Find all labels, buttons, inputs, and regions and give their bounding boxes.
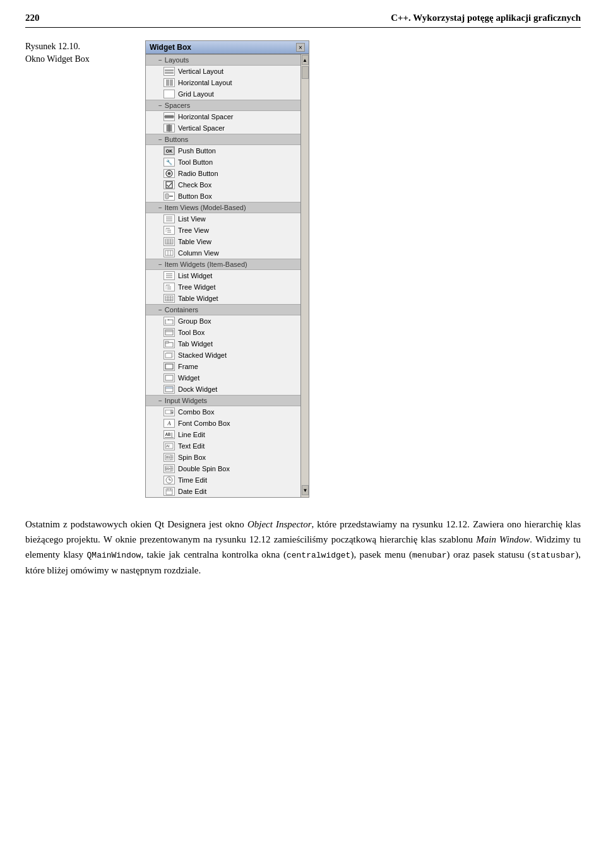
time-edit-label: Time Edit: [178, 476, 207, 484]
figure-label-line2: Okno Widget Box: [25, 53, 126, 66]
figure-label-line1: Rysunek 12.10.: [25, 40, 126, 53]
widget-list: − Layouts Vertical Layout: [146, 54, 300, 497]
item-tool-button[interactable]: 🔧 Tool Button: [146, 156, 300, 168]
svg-rect-45: [165, 364, 173, 369]
radio-button-label: Radio Button: [178, 170, 218, 177]
item-date-edit[interactable]: Date Edit: [146, 486, 300, 497]
item-font-combo-box[interactable]: A Font Combo Box: [146, 418, 300, 429]
date-edit-label: Date Edit: [178, 488, 206, 495]
item-combo-box[interactable]: Combo Box: [146, 406, 300, 418]
section-layouts[interactable]: − Layouts: [146, 54, 300, 66]
tool-button-icon: 🔧: [163, 158, 175, 167]
item-button-box[interactable]: Button Box: [146, 191, 300, 202]
widget-label: Widget: [178, 374, 199, 382]
item-text-edit[interactable]: AI Text Edit: [146, 440, 300, 452]
line-edit-label: Line Edit: [178, 431, 205, 438]
item-frame[interactable]: Frame: [146, 361, 300, 372]
combo-box-label: Combo Box: [178, 408, 214, 416]
vertical-spacer-icon: [163, 124, 175, 132]
item-line-edit[interactable]: AB| Line Edit: [146, 429, 300, 440]
widget-box-window: Widget Box × − Layouts V: [145, 40, 309, 498]
frame-label: Frame: [178, 363, 198, 370]
section-containers[interactable]: − Containers: [146, 304, 300, 315]
section-toggle-item-widgets[interactable]: −: [158, 261, 162, 268]
grid-layout-icon: [163, 90, 175, 98]
item-spin-box[interactable]: 89 Spin Box: [146, 452, 300, 463]
item-vertical-spacer[interactable]: Vertical Spacer: [146, 122, 300, 134]
svg-text:AI: AI: [166, 444, 170, 448]
svg-rect-48: [165, 387, 173, 389]
item-horizontal-layout[interactable]: Horizontal Layout: [146, 77, 300, 88]
svg-rect-7: [165, 194, 169, 199]
section-label-buttons: Buttons: [165, 136, 188, 143]
item-time-edit[interactable]: Time Edit: [146, 474, 300, 486]
scrollbar[interactable]: ▲ ▼: [300, 54, 309, 497]
item-tree-view[interactable]: Tree View: [146, 225, 300, 236]
section-toggle-spacers[interactable]: −: [158, 102, 162, 109]
figure-caption: Rysunek 12.10. Okno Widget Box: [25, 40, 126, 65]
page-header: 220 C++. Wykorzystaj potęgę aplikacji gr…: [25, 13, 581, 28]
font-combo-box-label: Font Combo Box: [178, 419, 230, 427]
section-item-views[interactable]: − Item Views (Model-Based): [146, 202, 300, 213]
section-spacers[interactable]: − Spacers: [146, 100, 300, 111]
dock-widget-label: Dock Widget: [178, 385, 217, 393]
list-widget-label: List Widget: [178, 272, 212, 279]
section-label-item-widgets: Item Widgets (Item-Based): [165, 261, 247, 268]
section-label-input-widgets: Input Widgets: [165, 397, 207, 404]
item-tree-widget[interactable]: Tree Widget: [146, 281, 300, 293]
item-vertical-layout[interactable]: Vertical Layout: [146, 66, 300, 77]
item-table-view[interactable]: Table View: [146, 236, 300, 247]
svg-rect-64: [166, 489, 172, 495]
horizontal-layout-icon: [163, 78, 175, 87]
section-toggle-containers[interactable]: −: [158, 307, 162, 314]
section-input-widgets[interactable]: − Input Widgets: [146, 395, 300, 406]
item-list-view[interactable]: List View: [146, 213, 300, 225]
svg-rect-36: [165, 320, 173, 324]
section-item-widgets[interactable]: − Item Widgets (Item-Based): [146, 259, 300, 270]
content-area: Rysunek 12.10. Okno Widget Box Widget Bo…: [25, 40, 581, 498]
item-dock-widget[interactable]: Dock Widget: [146, 384, 300, 395]
tool-box-label: Tool Box: [178, 329, 205, 336]
item-horizontal-spacer[interactable]: Horizontal Spacer: [146, 111, 300, 122]
vertical-spacer-label: Vertical Spacer: [178, 124, 225, 132]
item-radio-button[interactable]: Radio Button: [146, 168, 300, 179]
item-group-box[interactable]: Group Box: [146, 315, 300, 327]
item-double-spin-box[interactable]: 99• Double Spin Box: [146, 463, 300, 474]
item-grid-layout[interactable]: Grid Layout: [146, 88, 300, 100]
list-widget-icon: [163, 271, 175, 280]
section-buttons[interactable]: − Buttons: [146, 134, 300, 145]
window-title-label: Widget Box: [150, 43, 191, 52]
item-list-widget[interactable]: List Widget: [146, 270, 300, 281]
radio-button-icon: [163, 169, 175, 178]
horizontal-spacer-label: Horizontal Spacer: [178, 113, 233, 120]
stacked-widget-icon: [163, 351, 175, 360]
page-number: 220: [25, 13, 40, 23]
grid-layout-label: Grid Layout: [178, 90, 214, 98]
item-check-box[interactable]: Check Box: [146, 179, 300, 191]
item-widget[interactable]: Widget: [146, 372, 300, 384]
item-table-widget[interactable]: Table Widget: [146, 293, 300, 304]
time-edit-icon: [163, 476, 175, 484]
svg-rect-42: [165, 341, 169, 343]
section-toggle-layouts[interactable]: −: [158, 57, 162, 64]
item-tool-box[interactable]: Tool Box: [146, 327, 300, 338]
svg-rect-40: [165, 330, 173, 332]
section-toggle-item-views[interactable]: −: [158, 204, 162, 211]
button-box-label: Button Box: [178, 192, 212, 200]
item-stacked-widget[interactable]: Stacked Widget: [146, 349, 300, 361]
widget-scroll-area[interactable]: − Layouts Vertical Layout: [146, 54, 309, 497]
section-toggle-buttons[interactable]: −: [158, 136, 162, 143]
window-close-button[interactable]: ×: [296, 43, 305, 52]
section-label-item-views: Item Views (Model-Based): [165, 204, 246, 211]
tab-widget-icon: [163, 339, 175, 348]
section-toggle-input-widgets[interactable]: −: [158, 397, 162, 404]
section-label-spacers: Spacers: [165, 102, 190, 109]
tool-button-label: Tool Button: [178, 158, 213, 166]
item-push-button[interactable]: OK Push Button: [146, 145, 300, 156]
widget-icon: [163, 373, 175, 382]
svg-rect-60: [171, 469, 173, 471]
item-tab-widget[interactable]: Tab Widget: [146, 338, 300, 349]
horizontal-spacer-icon: [163, 112, 175, 121]
svg-point-5: [168, 172, 171, 175]
item-column-view[interactable]: Column View: [146, 247, 300, 259]
